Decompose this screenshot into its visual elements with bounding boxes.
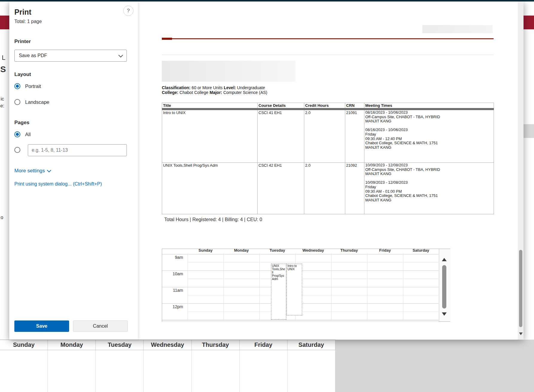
pages-all-label: All <box>25 132 31 137</box>
calendar-day-header: Wednesday <box>295 249 331 253</box>
classification-label: Classification: <box>162 85 191 90</box>
system-dialog-link[interactable]: Print using system dialog... (Ctrl+Shift… <box>14 181 102 187</box>
grid-line <box>259 253 260 320</box>
background-day-cell <box>0 350 48 392</box>
col-header-title: Title <box>162 103 258 109</box>
table-row: Intro to UNIX CSCI 41 EH1 2.0 21091 08/1… <box>162 109 494 163</box>
cell-meeting-times: 08/16/2023 - 10/06/2023 Off-Campus Site,… <box>364 109 494 163</box>
calendar-day-header: Monday <box>223 249 259 253</box>
background-week-calendar: Sunday Monday Tuesday Wednesday Thursday… <box>0 340 335 392</box>
calendar-footer-strip <box>162 320 439 322</box>
grid-line <box>188 295 439 295</box>
chevron-down-icon <box>118 53 123 57</box>
day-label: Wednesday <box>295 249 331 253</box>
maroon-rule <box>162 38 494 39</box>
background-day-header: Thursday <box>192 340 240 350</box>
background-day-header-row: Sunday Monday Tuesday Wednesday Thursday… <box>0 340 335 350</box>
background-day-header: Wednesday <box>144 340 191 350</box>
grid-line <box>331 253 331 320</box>
scroll-down-arrow-icon[interactable] <box>442 312 447 316</box>
more-settings-label: More settings <box>14 168 45 174</box>
clipped-text-fragment: o <box>1 215 3 220</box>
background-day-body-row <box>0 350 335 392</box>
page-right-block <box>524 124 534 138</box>
scroll-down-arrow-icon[interactable] <box>519 332 523 335</box>
cancel-button[interactable]: Cancel <box>73 320 128 332</box>
student-classification-line: Classification: 60 or More Units Level: … <box>162 85 265 90</box>
time-label: 9am <box>162 255 183 260</box>
table-header-row: Title Course Details Credit Hours CRN Me… <box>162 103 494 109</box>
col-header-credit-hours: Credit Hours <box>304 103 345 109</box>
grid-line <box>162 254 439 254</box>
major-value: Computer Science (AS) <box>222 90 267 95</box>
help-button[interactable]: ? <box>123 6 133 16</box>
col-header-meeting-times: Meeting Times <box>364 103 494 109</box>
grid-line <box>188 312 439 312</box>
col-header-crn: CRN <box>345 103 364 109</box>
pages-custom-radio[interactable] <box>14 145 20 154</box>
layout-label: Layout <box>14 72 31 78</box>
calendar-day-header: Saturday <box>403 249 439 253</box>
help-icon: ? <box>127 8 130 14</box>
cell-credit-hours: 2.0 <box>304 163 345 214</box>
cell-course-details: CSCI 42 EH1 <box>258 163 304 214</box>
background-day-header: Friday <box>240 340 287 350</box>
week-calendar: Sunday Monday Tuesday Wednesday Thursday… <box>162 249 450 322</box>
pages-range-input[interactable] <box>28 144 127 156</box>
cell-meeting-times: 10/09/2023 - 12/08/2023 Off-Campus Site,… <box>364 163 494 214</box>
preview-scrollbar-thumb[interactable] <box>519 250 522 327</box>
save-button[interactable]: Save <box>14 320 69 332</box>
background-day-cell <box>48 350 96 392</box>
background-day-header: Monday <box>48 340 96 350</box>
pages-all-radio[interactable]: All <box>14 130 31 139</box>
level-value: Undergraduate <box>236 85 265 90</box>
calendar-scrollbar-thumb[interactable] <box>442 265 446 309</box>
day-label: Sunday <box>188 249 223 253</box>
radio-selected-icon <box>14 83 20 89</box>
layout-landscape-radio[interactable]: Landscape <box>14 98 49 107</box>
grid-line <box>188 253 188 320</box>
screen: L S ic e: o i Sunday Monday Tuesday Wedn… <box>0 0 534 392</box>
chevron-down-icon <box>47 168 51 172</box>
day-label: Friday <box>367 249 403 253</box>
clipped-text-fragment: S <box>0 65 6 74</box>
classification-value: 60 or More Units <box>191 85 224 90</box>
background-day-header: Sunday <box>0 340 48 350</box>
day-label: Monday <box>223 249 259 253</box>
pages-label: Pages <box>14 120 29 126</box>
print-settings-panel: Print Total: 1 page ? Printer Save as PD… <box>9 1 138 340</box>
printer-label: Printer <box>14 39 31 45</box>
print-preview-pane: Classification: 60 or More Units Level: … <box>138 1 524 340</box>
col-header-course-details: Course Details <box>258 103 304 109</box>
landscape-label: Landscape <box>25 99 49 105</box>
redacted-header-block <box>422 25 493 33</box>
background-day-cell <box>192 350 240 392</box>
printer-select[interactable]: Save as PDF <box>14 50 127 62</box>
more-settings-toggle[interactable]: More settings <box>14 168 51 174</box>
printer-select-value: Save as PDF <box>19 53 47 58</box>
grid-line <box>403 253 403 320</box>
layout-portrait-radio[interactable]: Portrait <box>14 82 41 91</box>
grid-line <box>367 253 367 320</box>
day-label: Thursday <box>331 249 367 253</box>
calendar-event[interactable]: Intro to UNIX <box>287 264 302 315</box>
print-dialog: Print Total: 1 page ? Printer Save as PD… <box>9 1 524 340</box>
cell-course-details: CSCI 41 EH1 <box>258 109 304 163</box>
time-label: 12pm <box>162 304 183 309</box>
redacted-name-block <box>162 61 296 82</box>
calendar-event[interactable]: UNIX Tools,Shell Prog/Sys Adm <box>271 264 286 320</box>
divider-line <box>162 55 494 55</box>
portrait-label: Portrait <box>25 83 41 89</box>
time-label: 10am <box>162 271 183 276</box>
radio-unselected-icon <box>14 99 20 105</box>
time-label: 11am <box>162 288 183 293</box>
radio-unselected-icon <box>14 147 20 153</box>
cell-title: Intro to UNIX <box>162 109 258 163</box>
background-day-cell <box>144 350 191 392</box>
scroll-up-arrow-icon[interactable] <box>442 258 447 261</box>
calendar-day-header: Sunday <box>188 249 223 253</box>
calendar-day-header: Friday <box>367 249 403 253</box>
background-day-cell <box>240 350 287 392</box>
grid-line <box>223 253 224 320</box>
table-row: UNIX Tools,Shell Prog/Sys Adm CSCI 42 EH… <box>162 163 494 214</box>
